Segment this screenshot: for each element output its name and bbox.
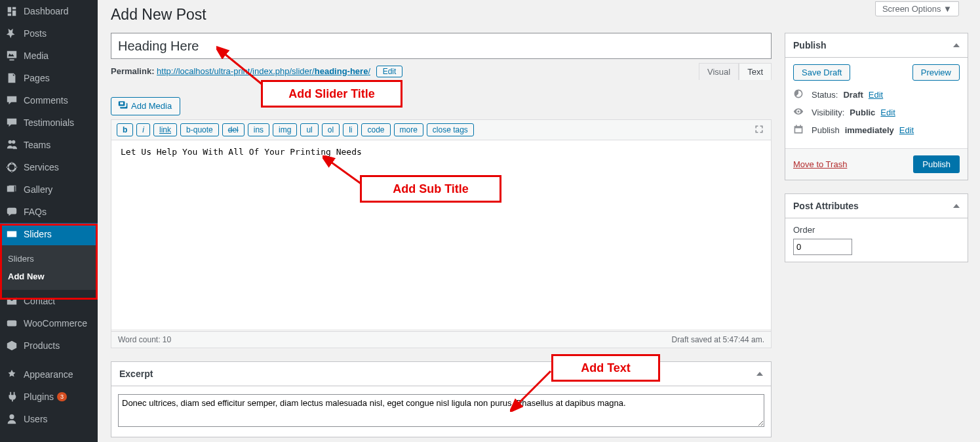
contact-icon: [5, 295, 18, 307]
sidebar-item-contact[interactable]: Contact: [0, 290, 98, 312]
sidebar-item-comments[interactable]: Comments: [0, 89, 98, 111]
admin-sidebar: DashboardPostsMediaPagesCommentsTestimon…: [0, 0, 98, 442]
status-value: Draft: [843, 90, 863, 100]
sidebar-item-sliders[interactable]: Sliders: [0, 223, 98, 245]
add-media-label: Add Media: [131, 101, 172, 111]
edit-status-link[interactable]: Edit: [869, 90, 883, 100]
plugin-icon: [5, 391, 18, 403]
sidebar-item-label: Posts: [24, 28, 47, 39]
quicktag-ol[interactable]: ol: [322, 123, 340, 136]
quicktag-ul[interactable]: ul: [300, 123, 318, 136]
quicktag-close-tags[interactable]: close tags: [427, 123, 474, 136]
sidebar-item-label: Products: [24, 340, 60, 351]
sidebar-item-pages[interactable]: Pages: [0, 67, 98, 89]
excerpt-textarea[interactable]: Donec ultrices, diam sed efficitur sempe…: [118, 394, 764, 427]
trash-link[interactable]: Move to Trash: [793, 159, 847, 169]
slider-icon: [5, 228, 18, 240]
sidebar-item-users[interactable]: Users: [0, 408, 98, 430]
visibility-value: Public: [850, 108, 875, 117]
comment-icon: [5, 94, 18, 106]
sidebar-item-label: Teams: [24, 140, 50, 150]
permalink-link[interactable]: http://localhost/ultra-print/index.php/s…: [157, 66, 370, 76]
sidebar-item-faqs[interactable]: FAQs: [0, 201, 98, 223]
user-icon: [5, 413, 18, 425]
edit-visibility-link[interactable]: Edit: [880, 108, 895, 117]
editor-column: Permalink: http://localhost/ultra-print/…: [111, 33, 772, 437]
excerpt-title: Excerpt: [119, 369, 153, 379]
team-icon: [5, 139, 18, 151]
add-media-button[interactable]: Add Media: [111, 97, 180, 115]
preview-button[interactable]: Preview: [912, 64, 960, 81]
permalink-row: Permalink: http://localhost/ultra-print/…: [111, 66, 772, 77]
content-editor-textarea[interactable]: Let Us Help You With All Of Your Printin…: [111, 140, 771, 329]
appearance-icon: [5, 369, 18, 380]
quicktag-img[interactable]: img: [273, 123, 297, 136]
edit-permalink-button[interactable]: Edit: [376, 66, 403, 77]
status-label: Status:: [812, 90, 838, 100]
schedule-label: Publish: [812, 125, 840, 135]
attributes-title: Post Attributes: [793, 201, 859, 211]
sidebar-item-label: Gallery: [24, 184, 52, 195]
save-draft-button[interactable]: Save Draft: [793, 64, 850, 81]
page-icon: [5, 72, 18, 84]
sidebar-column: Publish Save Draft Preview Status: Draft…: [785, 33, 968, 437]
quicktag-b[interactable]: b: [117, 123, 133, 136]
submenu-item[interactable]: Sliders: [0, 250, 98, 268]
fullscreen-icon[interactable]: [754, 124, 764, 136]
quicktag-i[interactable]: i: [136, 123, 150, 136]
sidebar-item-dashboard[interactable]: Dashboard: [0, 0, 98, 22]
publish-button[interactable]: Publish: [913, 155, 960, 173]
sidebar-item-label: Pages: [24, 73, 50, 83]
sidebar-item-gallery[interactable]: Gallery: [0, 178, 98, 201]
sidebar-item-label: Dashboard: [24, 6, 69, 16]
screen-options-button[interactable]: Screen Options ▼: [875, 1, 959, 16]
sidebar-item-label: Comments: [24, 95, 68, 106]
quicktag-code[interactable]: code: [361, 123, 390, 136]
visibility-label: Visibility:: [812, 108, 844, 117]
sidebar-item-label: Users: [24, 414, 48, 424]
toggle-icon[interactable]: [756, 372, 763, 376]
schedule-value: immediately: [845, 125, 894, 135]
service-icon: [5, 161, 18, 173]
quicktag-del[interactable]: del: [222, 123, 245, 136]
quicktag-b-quote[interactable]: b-quote: [180, 123, 219, 136]
quicktag-link[interactable]: link: [153, 123, 177, 136]
faq-icon: [5, 206, 18, 218]
publish-box: Publish Save Draft Preview Status: Draft…: [785, 33, 968, 180]
submenu-item[interactable]: Add New: [0, 268, 98, 285]
sidebar-item-appearance[interactable]: Appearance: [0, 363, 98, 386]
sidebar-item-woocommerce[interactable]: WooCommerce: [0, 312, 98, 334]
sidebar-item-media[interactable]: Media: [0, 45, 98, 67]
quicktag-li[interactable]: li: [343, 123, 358, 136]
sidebar-item-testimonials[interactable]: Testimonials: [0, 111, 98, 134]
quicktag-ins[interactable]: ins: [248, 123, 269, 136]
dashboard-icon: [5, 5, 18, 17]
edit-schedule-link[interactable]: Edit: [899, 125, 914, 135]
word-count: Word count: 10: [118, 335, 171, 344]
toggle-icon[interactable]: [953, 43, 960, 47]
sidebar-item-label: FAQs: [24, 207, 47, 217]
permalink-label: Permalink:: [111, 66, 154, 76]
sidebar-item-label: Sliders: [24, 229, 52, 239]
excerpt-box: Excerpt Donec ultrices, diam sed efficit…: [111, 361, 772, 437]
sidebar-item-label: Media: [24, 50, 49, 61]
tab-text[interactable]: Text: [739, 63, 772, 80]
sidebar-item-teams[interactable]: Teams: [0, 134, 98, 156]
post-title-input[interactable]: [111, 33, 772, 59]
media-icon: [5, 50, 18, 62]
sidebar-item-plugins[interactable]: Plugins3: [0, 386, 98, 408]
editor-tabs: Visual Text: [699, 63, 772, 80]
woo-icon: [5, 317, 18, 329]
quicktag-more[interactable]: more: [394, 123, 423, 136]
media-icon: [118, 100, 128, 112]
sidebar-item-products[interactable]: Products: [0, 334, 98, 357]
order-input[interactable]: [793, 239, 852, 255]
status-icon: [793, 89, 806, 101]
sidebar-item-label: WooCommerce: [24, 318, 87, 329]
editor-status-bar: Word count: 10 Draft saved at 5:47:44 am…: [111, 331, 771, 348]
sidebar-item-posts[interactable]: Posts: [0, 22, 98, 45]
toggle-icon[interactable]: [953, 204, 960, 208]
page-title: Add New Post: [111, 0, 968, 33]
tab-visual[interactable]: Visual: [699, 63, 739, 80]
sidebar-item-services[interactable]: Services: [0, 156, 98, 178]
